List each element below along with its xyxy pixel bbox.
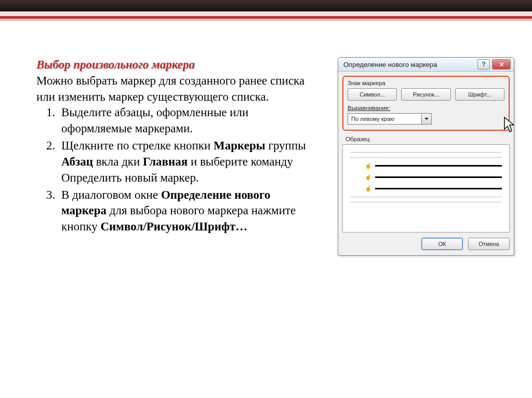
bullet-glyph-icon: ☝ xyxy=(365,162,372,169)
step-text: Выделите абзацы, оформленные или оформля… xyxy=(61,106,248,135)
alignment-value: По левому краю xyxy=(351,116,394,122)
bullet-glyph-icon: ☝ xyxy=(365,174,372,181)
close-button[interactable]: ✕ xyxy=(492,59,511,70)
chevron-down-icon xyxy=(424,118,429,122)
define-new-bullet-dialog: Определение нового маркера ? ✕ Знак марк… xyxy=(338,57,514,256)
list-item: Выделите абзацы, оформленные или оформля… xyxy=(58,105,317,137)
preview-label: Образец xyxy=(345,136,510,142)
bullet-character-group: Знак маркера Символ... Рисунок... Шрифт.… xyxy=(342,76,510,131)
dialog-title: Определение нового маркера xyxy=(343,61,475,68)
list-item: В диалоговом окне Определение нового мар… xyxy=(58,187,317,235)
help-button[interactable]: ? xyxy=(477,59,490,70)
step-text: вкла дки xyxy=(93,155,143,168)
close-icon: ✕ xyxy=(499,61,504,68)
ok-button[interactable]: ОК xyxy=(421,238,463,250)
group-label: Знак маркера xyxy=(348,80,504,86)
instructions-column: Выбор произвольного маркера Можно выбрат… xyxy=(36,57,317,236)
steps-list: Выделите абзацы, оформленные или оформля… xyxy=(36,105,317,235)
preview-pane: ☝ ☝ ☝ xyxy=(342,144,510,232)
picture-button[interactable]: Рисунок... xyxy=(401,88,450,101)
bold-term: Абзац xyxy=(61,155,93,168)
step-text: В диалоговом окне xyxy=(61,188,161,201)
intro-paragraph: Можно выбрать маркер для созданного ране… xyxy=(36,74,304,103)
help-icon: ? xyxy=(482,61,485,68)
dialog-titlebar[interactable]: Определение нового маркера ? ✕ xyxy=(338,58,514,72)
list-item: Щелкните по стрелке кнопки Маркеры групп… xyxy=(58,138,317,186)
cursor-icon xyxy=(503,116,514,134)
bold-term: Маркеры xyxy=(214,139,265,152)
slide-top-border xyxy=(0,0,532,21)
alignment-label: Выравнивание: xyxy=(348,105,504,111)
bold-term: Главная xyxy=(143,155,188,168)
step-text: Щелкните по стрелке кнопки xyxy=(61,139,214,152)
font-button[interactable]: Шрифт... xyxy=(455,88,504,101)
dropdown-button[interactable] xyxy=(421,114,431,124)
cancel-button[interactable]: Отмена xyxy=(468,238,510,250)
symbol-button[interactable]: Символ... xyxy=(348,88,397,101)
alignment-select[interactable]: По левому краю xyxy=(348,113,432,125)
bold-term: Символ/Рисунок/Шрифт… xyxy=(100,220,247,233)
section-heading: Выбор произвольного маркера xyxy=(36,58,195,71)
bullet-glyph-icon: ☝ xyxy=(365,185,372,192)
step-text: группы xyxy=(265,139,306,152)
